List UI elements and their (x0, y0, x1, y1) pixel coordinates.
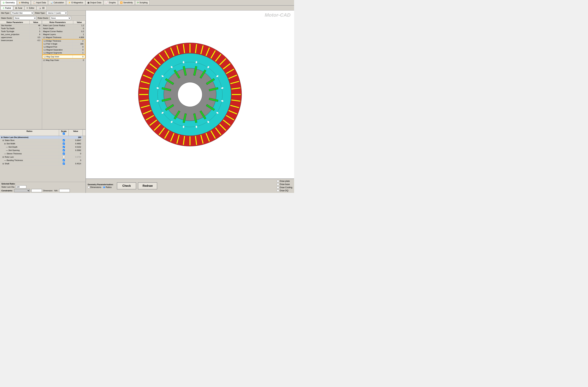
expand-icon: ⊟ (1, 136, 2, 138)
check-button[interactable]: Check (117, 182, 136, 189)
tab-input-data[interactable]: 📋 Input Data (31, 0, 48, 5)
list-item[interactable]: — Banding Thickness 0 (0, 159, 83, 162)
table-row[interactable]: L1 Bridge Thickness 2 (42, 40, 85, 43)
draw-dq-label[interactable]: Draw DQ (277, 189, 292, 192)
table-row[interactable]: bez_curve_projection 6 (0, 33, 42, 36)
list-item[interactable]: ⊟ Rotor Lam 0.6769 (0, 155, 83, 159)
table-row[interactable]: L1 Magnet Post 0 (42, 45, 85, 48)
draw-dq-checkbox[interactable] (277, 190, 279, 192)
3d-icon: 🎲 (39, 7, 41, 9)
controls-row-2: Stator Ducts: None Rotor Ducts: None (0, 16, 85, 21)
tab-graphs[interactable]: 📈 Graphs (104, 0, 118, 5)
tab-output-data[interactable]: ▦ Output Data (85, 0, 104, 5)
constraints-value-input[interactable] (31, 189, 42, 192)
list-item[interactable]: — Slot Opening 0.3582 (0, 149, 83, 152)
table-row[interactable]: Notch Depth 0 (42, 27, 85, 30)
table-row[interactable]: Tooth Tip Depth 1 (0, 27, 42, 30)
table-row[interactable]: Slot Number 48 (0, 24, 42, 27)
draw-plate-label[interactable]: Draw plate (277, 180, 292, 182)
svg-rect-6 (189, 44, 190, 53)
tab-sensitivity[interactable]: 🔀 Sensitivity (118, 0, 135, 5)
ratios-scrollbar[interactable] (83, 136, 85, 182)
checkboxes-group: Draw plate Draw base Draw Cooling Draw D… (277, 180, 292, 192)
draw-base-label[interactable]: Draw base (277, 183, 292, 186)
table-row[interactable]: lowerconcave -0.3 (0, 39, 42, 42)
rotor-table-body: Rotor Lam Corner Radius 1.2 Notch Depth … (42, 24, 85, 129)
radial-icon: ⊙ (3, 7, 4, 9)
motor-cad-watermark: Motor-CAD (265, 12, 291, 18)
constraints-select[interactable] (14, 189, 30, 192)
tab-geometry[interactable]: ⊙ Geometry (1, 0, 17, 5)
slot-opening-scale-checkbox[interactable] (63, 149, 65, 151)
sub-nav: ⊙ Radial ⊞ Axial ✏ Editor 🎲 3D (0, 6, 294, 11)
slot-width-scale-checkbox[interactable] (63, 143, 65, 145)
draw-base-checkbox[interactable] (277, 183, 279, 185)
list-item[interactable]: — Slot Depth 0.5152 (0, 146, 83, 149)
ratios-section: Ratios Scale Value ⊟ Stator Lam Dia (dim… (0, 129, 85, 182)
svg-rect-18 (232, 94, 241, 95)
table-row[interactable]: L1 Pole V Angle 180 (42, 43, 85, 45)
scale-all-checkbox[interactable] (63, 132, 65, 135)
radio-dimensions-label[interactable]: Dimensions (88, 186, 101, 189)
emagnetics-icon: ⚡ (68, 1, 71, 4)
ratios-body: ⊟ Stator Lam Dia (dimension) 180 ⊟ Stato… (0, 136, 83, 182)
sleeve-thickness-scale-checkbox[interactable] (63, 152, 65, 155)
tab-emagnetics[interactable]: ⚡ E-Magnetics (66, 0, 85, 5)
table-row[interactable]: L1 Magnet Thickness 4.808 (42, 36, 85, 39)
rotor-col1-header: Rotor Parameters (42, 21, 73, 24)
geo-param-title: Geometry Parameterisation: (88, 183, 113, 186)
controls-row-1: Slot Type: Parallel Slot Rotor Type: Int… (0, 11, 85, 16)
slot-type-select[interactable]: Parallel Slot (11, 11, 34, 15)
table-row[interactable]: Magnet Layers 1 (42, 33, 85, 36)
list-item[interactable]: ⊟ Stator Bore 0.6847 (0, 139, 83, 142)
tab-winding[interactable]: ◈ Winding (17, 0, 31, 5)
draw-cooling-checkbox[interactable] (277, 186, 279, 189)
table-row[interactable]: Rotor Lam Corner Radius 1.2 (42, 24, 85, 27)
list-item[interactable]: ⊟ Slot Width 0.4892 (0, 142, 83, 146)
redraw-button[interactable]: Redraw (138, 182, 157, 189)
drawing-area: Motor-CAD (86, 11, 294, 178)
table-row[interactable]: upperconvex 0.5 (0, 36, 42, 39)
radio-dimensions[interactable] (88, 186, 90, 188)
sub-tab-editor[interactable]: ✏ Editor (24, 6, 36, 10)
tab-scripting[interactable]: ⟳ Scripting (135, 0, 150, 5)
stator-ducts-select[interactable]: None (14, 16, 37, 20)
shaft-scale-checkbox[interactable] (63, 163, 65, 165)
table-row[interactable]: L1 Magnet Separation 0 (42, 48, 85, 51)
list-item[interactable]: ⊟ Stator Lam Dia (dimension) 180 (0, 136, 83, 139)
tab-calculation[interactable]: 📊 Calculation (48, 0, 66, 5)
table-row-selected[interactable]: L1 Mag Gap Inner 0 (42, 55, 85, 58)
left-panel: Slot Type: Parallel Slot Rotor Type: Int… (0, 11, 86, 193)
rotor-lam-scale-checkbox[interactable] (63, 156, 65, 158)
rotor-ducts-select[interactable]: None (50, 16, 71, 20)
na-label: N/A (54, 190, 58, 192)
stator-lam-dia-input[interactable] (16, 185, 26, 189)
list-item[interactable]: — Sleeve Thickness 0 (0, 152, 83, 155)
sub-tab-radial[interactable]: ⊙ Radial (1, 6, 13, 10)
stator-bore-scale-checkbox[interactable] (63, 139, 65, 141)
highlighted-group: L1 Bridge Thickness 2 L1 Pole V Angle 18… (42, 39, 85, 55)
table-row[interactable]: L1 Mag Gap Outer 0 (42, 59, 85, 62)
sub-tab-axial-label: Axial (18, 7, 22, 9)
axial-icon: ⊞ (15, 7, 17, 9)
stator-table-body: Slot Number 48 Tooth Tip Depth 1 Tooth T… (0, 24, 42, 129)
table-row[interactable]: Magnet Corner Radius 0.3 (42, 30, 85, 33)
dimension-input[interactable] (59, 189, 70, 192)
slot-depth-scale-checkbox[interactable] (63, 146, 65, 148)
radio-ratios-label[interactable]: Ratios (103, 186, 112, 189)
tab-output-data-label: Output Data (90, 1, 102, 4)
table-row[interactable]: L1 Magnet Segments 1 (42, 51, 85, 54)
banding-thickness-scale-checkbox[interactable] (63, 159, 65, 161)
stator-lam-dia-row: Stator Lam Dia: (1, 185, 84, 189)
draw-cooling-label[interactable]: Draw Cooling (277, 186, 292, 189)
sub-tab-editor-label: Editor (29, 7, 34, 9)
list-item[interactable]: ⊟ Shaft 0.4514 (0, 162, 83, 166)
radio-ratios[interactable] (103, 186, 105, 188)
rotor-type-select[interactable]: Interior V (web) (46, 11, 67, 15)
table-row[interactable]: Tooth Tip Angle 5 (0, 30, 42, 33)
sub-tab-3d[interactable]: 🎲 3D (37, 6, 46, 10)
selected-ratio-label: Selected Ratio: (1, 183, 84, 185)
draw-plate-checkbox[interactable] (277, 180, 279, 182)
expand-icon: ⊟ (2, 139, 4, 141)
sub-tab-axial[interactable]: ⊞ Axial (13, 6, 24, 10)
